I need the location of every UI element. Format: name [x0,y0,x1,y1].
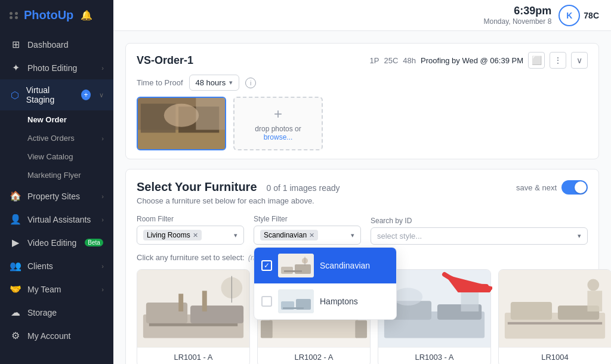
sidebar-item-storage[interactable]: ☁ Storage [0,301,113,324]
room-filter-select[interactable]: Living Rooms ✕ ▾ [137,226,244,245]
svg-point-38 [393,288,422,306]
sidebar-item-photo-editing[interactable]: ✦ Photo Editing › [0,56,113,79]
furniture-img-lr1004 [499,270,611,347]
order-cost: 25C [384,56,399,65]
sidebar-sub-view-catalog[interactable]: View Catalog [0,147,113,166]
toggle-switch[interactable] [561,180,588,195]
svg-rect-41 [511,302,552,320]
photo-thumbnail[interactable] [137,97,226,150]
sidebar-item-virtual-assistants[interactable]: 👤 Virtual Assistants › [0,208,113,231]
click-text: Click any furniture set to select: [137,253,245,262]
sidebar-sub-active-orders[interactable]: Active Orders › [0,129,113,147]
chevron-right-icon: › [101,263,104,270]
svg-rect-23 [178,294,183,311]
bell-icon[interactable]: 🔔 [81,10,92,21]
sub-label: New Order [27,115,67,124]
photo-icon: ✦ [10,62,21,73]
chevron-right-icon: › [101,135,104,142]
scandinavian-thumb [278,254,314,277]
add-badge[interactable]: + [81,90,91,100]
browse-link[interactable]: browse... [264,133,293,141]
sidebar-item-clients[interactable]: 👥 Clients › [0,254,113,277]
furniture-card-lr1004[interactable]: LR1004 [498,269,611,364]
sidebar-sub-new-order[interactable]: New Order [0,110,113,129]
plus-icon: + [274,106,282,122]
sidebar-item-virtual-staging[interactable]: ⬡ Virtual Staging + ∨ [0,79,113,110]
save-next-toggle[interactable]: save & next [516,180,588,195]
hamptons-thumb [278,289,314,313]
sidebar-item-label: Photo Editing [27,63,77,73]
svg-rect-29 [261,320,273,338]
furniture-title: Select Your Furniture [137,180,257,194]
video-icon: ▶ [10,237,21,248]
sidebar-sub-marketing-flyer[interactable]: Marketing Flyer [0,166,113,184]
room-filter-tag: Living Rooms ✕ [143,230,202,240]
order-hours: 48h [403,56,416,65]
svg-rect-37 [461,288,479,311]
sidebar-item-dashboard[interactable]: ⊞ Dashboard [0,33,113,56]
proof-time-select[interactable]: 48 hours ▾ [189,75,240,91]
chevron-right-icon: › [101,193,104,200]
remove-room-filter[interactable]: ✕ [193,232,198,239]
svg-rect-8 [295,264,311,274]
sidebar-item-my-team[interactable]: 🤝 My Team › [0,277,113,301]
svg-rect-9 [284,270,302,272]
room-filter-group: Room Filter Living Rooms ✕ ▾ [137,215,244,245]
toggle-knob [575,181,587,193]
style-option-scandinavian[interactable]: ✓ Scandi [254,248,396,283]
assistant-icon: 👤 [10,214,21,225]
user-number: 78C [584,11,599,20]
sidebar-item-label: Video Editing [27,238,76,248]
sub-label: Active Orders [27,134,75,143]
svg-rect-15 [283,307,304,309]
furniture-subtitle: Choose a furniture set below for each im… [137,196,588,205]
storage-icon: ☁ [10,307,21,318]
sidebar-item-label: Dashboard [27,40,69,50]
order-card: VS-Order-1 1P 25C 48h Proofing by Wed @ … [125,43,599,159]
svg-rect-30 [355,320,367,338]
order-title-row: VS-Order-1 1P 25C 48h Proofing by Wed @ … [137,52,588,69]
proof-row: Time to Proof 48 hours ▾ i [137,75,588,91]
svg-point-44 [587,279,599,291]
style-option-hamptons[interactable]: Hamptons [254,283,396,319]
svg-rect-24 [202,291,207,311]
sidebar-nav: ⊞ Dashboard ✦ Photo Editing › ⬡ Virtual … [0,30,113,350]
sidebar-item-video-editing[interactable]: ▶ Video Editing Beta [0,231,113,254]
proof-label: Time to Proof [137,78,183,87]
account-icon: ⚙ [10,330,21,341]
svg-rect-1 [138,130,225,150]
style-dropdown: ✓ Scandi [254,247,397,320]
furniture-label-lr1003: LR1003 - A [378,347,490,364]
remove-style-filter[interactable]: ✕ [309,232,314,239]
chevron-right-icon: › [101,286,104,293]
sidebar-item-property-sites[interactable]: 🏠 Property Sites › [0,184,113,208]
expand-button[interactable]: ∨ [571,52,588,69]
furniture-img-lr1001 [137,270,249,347]
main-content: 6:39pm Monday, November 8 K 78C VS-Order… [113,0,611,364]
svg-rect-5 [196,98,225,130]
info-icon[interactable]: i [245,78,256,88]
order-meta: 1P 25C 48h Proofing by Wed @ 06:39 PM ⬜ … [370,52,588,69]
sub-label: Marketing Flyer [27,171,81,180]
chevron-down-icon: ▾ [229,79,233,87]
team-icon: 🤝 [10,283,21,295]
style-filter-select[interactable]: Scandinavian ✕ ▾ [254,226,361,245]
style-filter-tag: Scandinavian ✕ [260,230,318,240]
svg-point-4 [164,104,199,127]
furniture-label-lr1001: LR1001 - A [137,347,249,364]
chevron-down-icon: ▾ [234,232,237,239]
photo-drop-zone[interactable]: + drop photos or browse... [233,97,323,150]
svg-rect-20 [149,323,237,326]
screen-icon-button[interactable]: ⬜ [528,52,545,69]
chevron-right-icon: › [101,64,104,72]
svg-rect-19 [190,306,243,323]
furniture-card-lr1001[interactable]: LR1001 - A [137,269,250,364]
avatar[interactable]: K [558,5,580,26]
beta-badge: Beta [85,239,103,246]
search-style-input[interactable]: select style... ▾ [371,227,588,245]
current-time: 6:39pm [483,5,551,17]
topbar: 6:39pm Monday, November 8 K 78C [113,0,611,31]
sidebar-item-my-account[interactable]: ⚙ My Account [0,324,113,347]
scandinavian-label: Scandinavian [320,261,370,270]
more-options-button[interactable]: ⋮ [550,52,566,69]
